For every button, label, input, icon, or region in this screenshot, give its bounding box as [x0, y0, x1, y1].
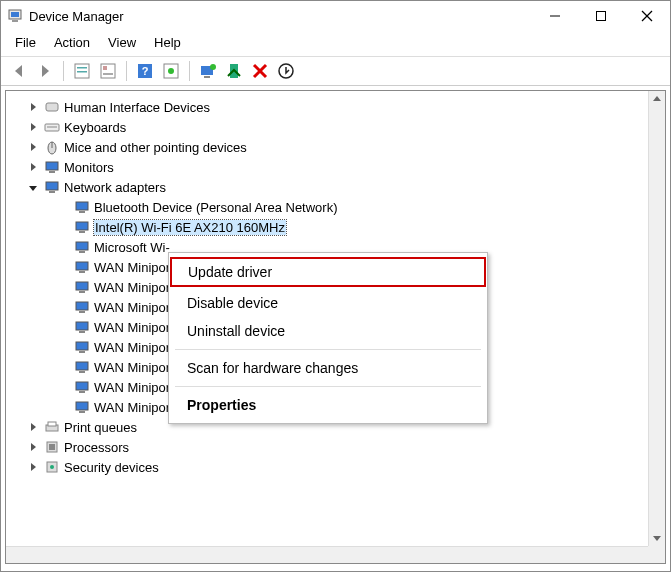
ctx-update-driver[interactable]: Update driver [170, 257, 486, 287]
expand-icon[interactable] [26, 460, 40, 474]
tree-node-mice[interactable]: Mice and other pointing devices [6, 137, 648, 157]
tree-node-hid[interactable]: Human Interface Devices [6, 97, 648, 117]
security-device-icon [44, 459, 60, 475]
tree-node-security[interactable]: Security devices [6, 457, 648, 477]
expand-icon[interactable] [26, 420, 40, 434]
network-adapter-icon [74, 359, 90, 375]
network-adapter-icon [74, 259, 90, 275]
tree-label: Microsoft Wi- [94, 240, 170, 255]
tree-node-net-bluetooth[interactable]: Bluetooth Device (Personal Area Network) [6, 197, 648, 217]
back-button[interactable] [7, 59, 31, 83]
svg-rect-44 [79, 311, 85, 313]
svg-rect-30 [49, 171, 55, 173]
svg-rect-37 [76, 242, 88, 250]
toolbar-show-hide-icon[interactable] [70, 59, 94, 83]
tree-label: Monitors [64, 160, 114, 175]
tree-label: Keyboards [64, 120, 126, 135]
toolbar-uninstall-icon[interactable] [248, 59, 272, 83]
horizontal-scrollbar[interactable] [6, 546, 648, 563]
tree-label: WAN Miniport [94, 320, 174, 335]
ctx-scan-hardware[interactable]: Scan for hardware changes [169, 354, 487, 382]
ctx-disable-device[interactable]: Disable device [169, 289, 487, 317]
svg-rect-40 [79, 271, 85, 273]
tree-node-monitors[interactable]: Monitors [6, 157, 648, 177]
window-title: Device Manager [29, 9, 532, 24]
network-adapter-icon [74, 319, 90, 335]
toolbar-disable-icon[interactable] [274, 59, 298, 83]
network-adapter-icon [74, 299, 90, 315]
svg-rect-43 [76, 302, 88, 310]
svg-rect-33 [76, 202, 88, 210]
svg-rect-45 [76, 322, 88, 330]
svg-rect-42 [79, 291, 85, 293]
tree-label: Mice and other pointing devices [64, 140, 247, 155]
svg-rect-24 [46, 103, 58, 111]
keyboard-icon [44, 119, 60, 135]
collapse-icon[interactable] [26, 180, 40, 194]
context-menu: Update driver Disable device Uninstall d… [168, 252, 488, 424]
svg-rect-38 [79, 251, 85, 253]
forward-button[interactable] [33, 59, 57, 83]
tree-label: Bluetooth Device (Personal Area Network) [94, 200, 338, 215]
tree-node-keyboards[interactable]: Keyboards [6, 117, 648, 137]
close-button[interactable] [624, 1, 670, 31]
expand-icon[interactable] [26, 140, 40, 154]
tree-node-net-wifi[interactable]: Intel(R) Wi-Fi 6E AX210 160MHz [6, 217, 648, 237]
svg-rect-41 [76, 282, 88, 290]
svg-rect-54 [79, 411, 85, 413]
expand-icon[interactable] [26, 120, 40, 134]
minimize-button[interactable] [532, 1, 578, 31]
menubar: File Action View Help [1, 31, 670, 56]
expand-icon[interactable] [26, 100, 40, 114]
svg-rect-11 [103, 66, 107, 70]
tree-label: Security devices [64, 460, 159, 475]
toolbar-update-driver-icon[interactable] [196, 59, 220, 83]
vertical-scrollbar[interactable] [648, 91, 665, 546]
svg-rect-50 [79, 371, 85, 373]
svg-rect-39 [76, 262, 88, 270]
monitor-icon [44, 159, 60, 175]
hid-icon [44, 99, 60, 115]
svg-rect-34 [79, 211, 85, 213]
device-manager-icon [7, 8, 23, 24]
tree-label: Processors [64, 440, 129, 455]
tree-node-network[interactable]: Network adapters [6, 177, 648, 197]
toolbar-scan-icon[interactable] [159, 59, 183, 83]
print-queue-icon [44, 419, 60, 435]
toolbar-enable-icon[interactable] [222, 59, 246, 83]
svg-text:?: ? [142, 65, 149, 77]
menu-file[interactable]: File [15, 35, 36, 50]
network-adapter-icon [44, 179, 60, 195]
tree-node-processors[interactable]: Processors [6, 437, 648, 457]
ctx-properties[interactable]: Properties [169, 391, 487, 419]
toolbar-properties-icon[interactable] [96, 59, 120, 83]
toolbar-help-icon[interactable]: ? [133, 59, 157, 83]
expand-icon[interactable] [26, 160, 40, 174]
ctx-uninstall-device[interactable]: Uninstall device [169, 317, 487, 345]
svg-rect-48 [79, 351, 85, 353]
network-adapter-icon [74, 399, 90, 415]
menu-view[interactable]: View [108, 35, 136, 50]
menu-action[interactable]: Action [54, 35, 90, 50]
svg-rect-46 [79, 331, 85, 333]
maximize-button[interactable] [578, 1, 624, 31]
svg-rect-47 [76, 342, 88, 350]
svg-rect-2 [12, 20, 18, 22]
svg-rect-29 [46, 162, 58, 170]
menu-help[interactable]: Help [154, 35, 181, 50]
expand-icon[interactable] [26, 440, 40, 454]
svg-rect-35 [76, 222, 88, 230]
svg-rect-51 [76, 382, 88, 390]
tree-label-selected: Intel(R) Wi-Fi 6E AX210 160MHz [94, 220, 286, 235]
svg-rect-4 [597, 12, 606, 21]
network-adapter-icon [74, 279, 90, 295]
svg-point-16 [168, 68, 174, 74]
network-adapter-icon [74, 219, 90, 235]
svg-rect-8 [77, 67, 87, 69]
svg-rect-52 [79, 391, 85, 393]
ctx-separator [175, 349, 481, 350]
processor-icon [44, 439, 60, 455]
mouse-icon [44, 139, 60, 155]
network-adapter-icon [74, 199, 90, 215]
svg-rect-1 [11, 12, 19, 17]
